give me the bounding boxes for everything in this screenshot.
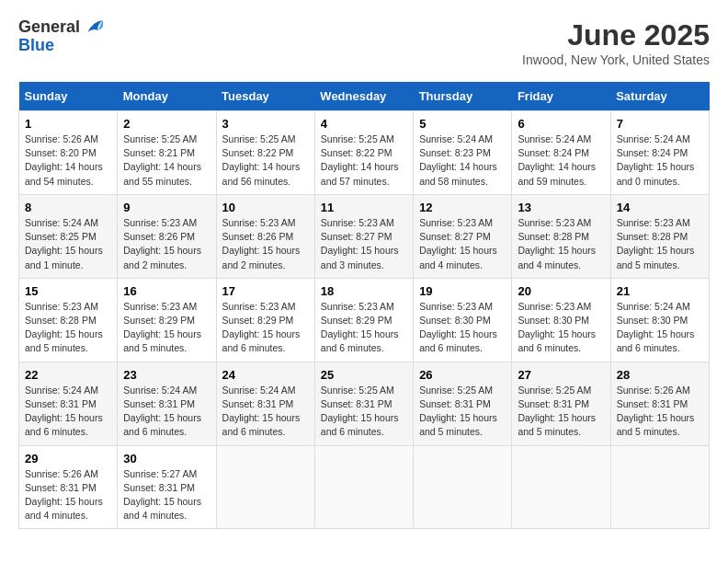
calendar-cell: 1Sunrise: 5:26 AM Sunset: 8:20 PM Daylig… [19,111,118,195]
day-info: Sunrise: 5:23 AM Sunset: 8:29 PM Dayligh… [321,300,407,356]
day-info: Sunrise: 5:23 AM Sunset: 8:26 PM Dayligh… [222,216,309,272]
day-info: Sunrise: 5:26 AM Sunset: 8:31 PM Dayligh… [617,384,703,440]
day-number: 2 [123,117,210,131]
calendar-cell [216,445,314,529]
calendar-cell: 2Sunrise: 5:25 AM Sunset: 8:21 PM Daylig… [118,111,216,195]
calendar-cell: 25Sunrise: 5:25 AM Sunset: 8:31 PM Dayli… [314,362,413,445]
calendar-cell: 17Sunrise: 5:23 AM Sunset: 8:29 PM Dayli… [216,278,314,362]
header: General Blue June 2025 Inwood, New York,… [18,18,710,67]
day-info: Sunrise: 5:24 AM Sunset: 8:25 PM Dayligh… [25,216,111,272]
calendar-cell [610,445,709,529]
day-info: Sunrise: 5:24 AM Sunset: 8:31 PM Dayligh… [123,384,210,440]
day-info: Sunrise: 5:23 AM Sunset: 8:30 PM Dayligh… [419,300,506,356]
weekday-header-wednesday: Wednesday [314,82,413,111]
weekday-header-row: SundayMondayTuesdayWednesdayThursdayFrid… [19,82,710,111]
day-number: 12 [419,201,506,214]
calendar-cell: 5Sunrise: 5:24 AM Sunset: 8:23 PM Daylig… [414,111,512,195]
weekday-header-tuesday: Tuesday [216,82,314,111]
day-info: Sunrise: 5:26 AM Sunset: 8:31 PM Dayligh… [25,467,111,523]
logo-blue-text: Blue [18,37,104,55]
calendar-cell: 11Sunrise: 5:23 AM Sunset: 8:27 PM Dayli… [314,194,413,278]
calendar-cell: 15Sunrise: 5:23 AM Sunset: 8:28 PM Dayli… [19,278,118,362]
day-info: Sunrise: 5:23 AM Sunset: 8:29 PM Dayligh… [222,300,309,356]
day-number: 1 [25,117,111,131]
day-info: Sunrise: 5:26 AM Sunset: 8:20 PM Dayligh… [25,132,111,189]
calendar-cell [512,445,610,529]
day-number: 7 [617,117,703,131]
day-number: 8 [25,201,111,214]
day-number: 6 [518,117,604,131]
day-info: Sunrise: 5:25 AM Sunset: 8:31 PM Dayligh… [419,384,506,440]
day-info: Sunrise: 5:24 AM Sunset: 8:23 PM Dayligh… [419,132,506,189]
calendar-cell: 18Sunrise: 5:23 AM Sunset: 8:29 PM Dayli… [314,278,413,362]
calendar-cell: 21Sunrise: 5:24 AM Sunset: 8:30 PM Dayli… [610,278,709,362]
calendar-cell: 6Sunrise: 5:24 AM Sunset: 8:24 PM Daylig… [512,111,610,195]
day-number: 19 [419,284,506,298]
day-number: 10 [222,201,309,214]
day-number: 24 [222,368,309,382]
weekday-header-saturday: Saturday [610,82,709,111]
day-info: Sunrise: 5:23 AM Sunset: 8:28 PM Dayligh… [25,300,111,356]
day-number: 26 [419,368,506,382]
calendar-cell: 30Sunrise: 5:27 AM Sunset: 8:31 PM Dayli… [118,445,216,529]
page-subtitle: Inwood, New York, United States [522,52,710,67]
calendar-cell: 16Sunrise: 5:23 AM Sunset: 8:29 PM Dayli… [118,278,216,362]
weekday-header-thursday: Thursday [414,82,512,111]
day-info: Sunrise: 5:24 AM Sunset: 8:30 PM Dayligh… [617,300,703,356]
weekday-header-monday: Monday [118,82,216,111]
calendar-cell: 20Sunrise: 5:23 AM Sunset: 8:30 PM Dayli… [512,278,610,362]
day-info: Sunrise: 5:25 AM Sunset: 8:21 PM Dayligh… [123,132,210,189]
day-number: 18 [321,284,407,298]
day-number: 14 [617,201,703,214]
day-number: 21 [617,284,703,298]
day-info: Sunrise: 5:24 AM Sunset: 8:24 PM Dayligh… [518,132,604,189]
day-number: 23 [123,368,210,382]
day-number: 3 [222,117,309,131]
calendar-cell [414,445,512,529]
day-number: 17 [222,284,309,298]
day-info: Sunrise: 5:23 AM Sunset: 8:29 PM Dayligh… [123,300,210,356]
day-info: Sunrise: 5:25 AM Sunset: 8:31 PM Dayligh… [321,384,407,440]
calendar-cell: 10Sunrise: 5:23 AM Sunset: 8:26 PM Dayli… [216,194,314,278]
calendar-week-row: 29Sunrise: 5:26 AM Sunset: 8:31 PM Dayli… [19,445,710,529]
calendar-cell: 22Sunrise: 5:24 AM Sunset: 8:31 PM Dayli… [19,362,118,445]
calendar-cell: 12Sunrise: 5:23 AM Sunset: 8:27 PM Dayli… [414,194,512,278]
day-info: Sunrise: 5:23 AM Sunset: 8:28 PM Dayligh… [617,216,703,272]
day-info: Sunrise: 5:23 AM Sunset: 8:30 PM Dayligh… [518,300,604,356]
calendar-week-row: 1Sunrise: 5:26 AM Sunset: 8:20 PM Daylig… [19,111,710,195]
calendar-cell: 23Sunrise: 5:24 AM Sunset: 8:31 PM Dayli… [118,362,216,445]
calendar-cell: 27Sunrise: 5:25 AM Sunset: 8:31 PM Dayli… [512,362,610,445]
day-number: 11 [321,201,407,214]
logo-general-text: General [18,18,80,37]
weekday-header-friday: Friday [512,82,610,111]
calendar-cell: 24Sunrise: 5:24 AM Sunset: 8:31 PM Dayli… [216,362,314,445]
calendar-cell: 29Sunrise: 5:26 AM Sunset: 8:31 PM Dayli… [19,445,118,529]
day-number: 20 [518,284,604,298]
day-number: 9 [123,201,210,214]
day-number: 25 [321,368,407,382]
calendar-cell: 14Sunrise: 5:23 AM Sunset: 8:28 PM Dayli… [610,194,709,278]
day-info: Sunrise: 5:23 AM Sunset: 8:27 PM Dayligh… [419,216,506,272]
day-info: Sunrise: 5:25 AM Sunset: 8:22 PM Dayligh… [321,132,407,189]
title-area: June 2025 Inwood, New York, United State… [522,18,710,67]
day-info: Sunrise: 5:24 AM Sunset: 8:24 PM Dayligh… [617,132,703,189]
day-number: 22 [25,368,111,382]
day-info: Sunrise: 5:25 AM Sunset: 8:31 PM Dayligh… [518,384,604,440]
page-title: June 2025 [522,18,710,52]
day-number: 28 [617,368,703,382]
day-number: 30 [123,452,210,465]
day-info: Sunrise: 5:23 AM Sunset: 8:27 PM Dayligh… [321,216,407,272]
day-info: Sunrise: 5:24 AM Sunset: 8:31 PM Dayligh… [222,384,309,440]
day-number: 16 [123,284,210,298]
calendar-cell: 7Sunrise: 5:24 AM Sunset: 8:24 PM Daylig… [610,111,709,195]
calendar-cell: 3Sunrise: 5:25 AM Sunset: 8:22 PM Daylig… [216,111,314,195]
calendar-cell: 8Sunrise: 5:24 AM Sunset: 8:25 PM Daylig… [19,194,118,278]
day-number: 29 [25,452,111,465]
day-info: Sunrise: 5:24 AM Sunset: 8:31 PM Dayligh… [25,384,111,440]
weekday-header-sunday: Sunday [19,82,118,111]
day-number: 15 [25,284,111,298]
calendar-cell [314,445,413,529]
day-info: Sunrise: 5:23 AM Sunset: 8:28 PM Dayligh… [518,216,604,272]
calendar-cell: 19Sunrise: 5:23 AM Sunset: 8:30 PM Dayli… [414,278,512,362]
day-number: 4 [321,117,407,131]
